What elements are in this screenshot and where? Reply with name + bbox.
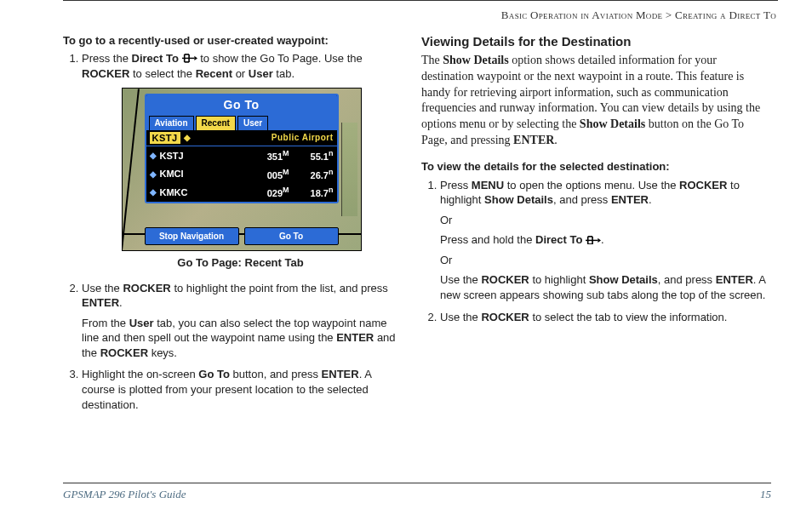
gps-tab-user[interactable]: User	[237, 116, 268, 130]
direct-to-icon	[182, 52, 197, 61]
breadcrumb-page: Creating a Direct To	[675, 9, 776, 21]
gps-ident[interactable]: KSTJ	[150, 132, 180, 145]
gps-tab-aviation[interactable]: Aviation	[149, 116, 194, 130]
gps-stop-nav-button[interactable]: Stop Navigation	[145, 227, 239, 246]
airport-icon: ◆	[150, 169, 157, 180]
gps-screenshot: Go To Aviation Recent User KSTJ ◆	[122, 88, 360, 271]
footer-title: GPSMAP 296 Pilot's Guide	[63, 487, 186, 502]
airport-icon: ◆	[150, 150, 157, 162]
right-column: Viewing Details for the Destination The …	[421, 33, 778, 420]
gps-row[interactable]: ◆ KMCI 005M 26.7n	[146, 165, 337, 184]
breadcrumb: Basic Operation in Aviation Mode > Creat…	[63, 1, 778, 33]
left-column: To go to a recently-used or user-created…	[63, 33, 399, 420]
steps-list-1: Press the Direct To to show the Go To Pa…	[82, 51, 399, 412]
breadcrumb-sep: >	[662, 9, 675, 21]
gps-ident-type: Public Airport	[272, 132, 334, 144]
step-3: Highlight the on-screen Go To button, an…	[82, 367, 399, 412]
gps-tabs: Aviation Recent User	[146, 115, 337, 130]
gps-row[interactable]: ◆ KMKC 029M 18.7n	[146, 183, 337, 202]
section-heading: Viewing Details for the Destination	[421, 33, 771, 50]
breadcrumb-section: Basic Operation in Aviation Mode	[501, 9, 662, 21]
page-footer: GPSMAP 296 Pilot's Guide 15	[63, 483, 771, 502]
section-body: The Show Details option shows detailed i…	[421, 53, 771, 149]
step-1: Press the Direct To to show the Go To Pa…	[82, 51, 399, 271]
steps-list-2: Press MENU to open the options menu. Use…	[440, 178, 771, 324]
step-2: Use the ROCKER to highlight the point fr…	[82, 281, 399, 361]
task-title-2: To view the details for the selected des…	[421, 159, 771, 174]
gps-tab-recent[interactable]: Recent	[196, 116, 236, 130]
airport-icon: ◆	[184, 132, 192, 144]
svg-marker-5	[194, 56, 197, 60]
page-number: 15	[760, 487, 771, 502]
gps-row[interactable]: ◆ KSTJ 351M 55.1n	[146, 146, 337, 165]
gps-ident-line: KSTJ ◆ Public Airport	[146, 130, 337, 147]
airport-icon: ◆	[150, 186, 157, 198]
direct-to-icon	[586, 233, 601, 243]
gps-panel-title: Go To	[146, 95, 337, 115]
figure-caption: Go To Page: Recent Tab	[122, 255, 360, 271]
gps-goto-button[interactable]: Go To	[244, 227, 339, 246]
task-title-1: To go to a recently-used or user-created…	[63, 33, 399, 49]
step-2: Use the ROCKER to select the tab to view…	[440, 310, 771, 325]
step-1: Press MENU to open the options menu. Use…	[440, 178, 771, 303]
